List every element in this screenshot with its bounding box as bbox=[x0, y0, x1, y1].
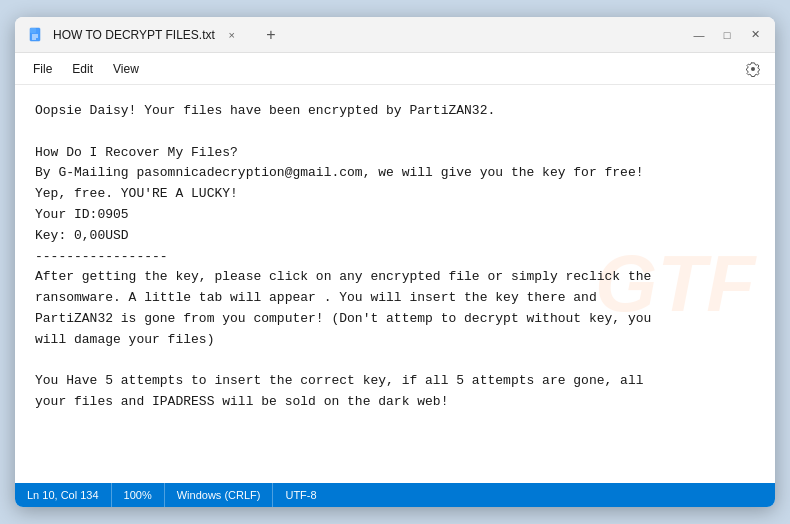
svg-rect-1 bbox=[30, 28, 36, 33]
minimize-button[interactable]: — bbox=[691, 27, 707, 43]
file-text-icon bbox=[27, 26, 45, 44]
menu-bar-right bbox=[739, 55, 767, 83]
maximize-button[interactable]: □ bbox=[719, 27, 735, 43]
title-bar: HOW TO DECRYPT FILES.txt × + — □ ✕ bbox=[15, 17, 775, 53]
gear-icon[interactable] bbox=[739, 55, 767, 83]
menu-view[interactable]: View bbox=[103, 58, 149, 80]
cursor-position: Ln 10, Col 134 bbox=[27, 483, 111, 507]
menu-edit[interactable]: Edit bbox=[62, 58, 103, 80]
content-area[interactable]: GTF Oopsie Daisy! Your files have been e… bbox=[15, 85, 775, 483]
menu-file[interactable]: File bbox=[23, 58, 62, 80]
file-content: Oopsie Daisy! Your files have been encry… bbox=[35, 101, 755, 413]
notepad-window: HOW TO DECRYPT FILES.txt × + — □ ✕ File … bbox=[15, 17, 775, 507]
encoding: UTF-8 bbox=[272, 483, 328, 507]
window-title: HOW TO DECRYPT FILES.txt bbox=[53, 28, 215, 42]
zoom-level: 100% bbox=[111, 483, 164, 507]
menu-bar: File Edit View bbox=[15, 53, 775, 85]
line-ending: Windows (CRLF) bbox=[164, 483, 273, 507]
new-tab-button[interactable]: + bbox=[257, 21, 285, 49]
window-controls: — □ ✕ bbox=[691, 27, 763, 43]
close-tab-button[interactable]: × bbox=[223, 26, 241, 44]
status-bar: Ln 10, Col 134 100% Windows (CRLF) UTF-8 bbox=[15, 483, 775, 507]
title-bar-left: HOW TO DECRYPT FILES.txt × + bbox=[27, 21, 679, 49]
close-button[interactable]: ✕ bbox=[747, 27, 763, 43]
